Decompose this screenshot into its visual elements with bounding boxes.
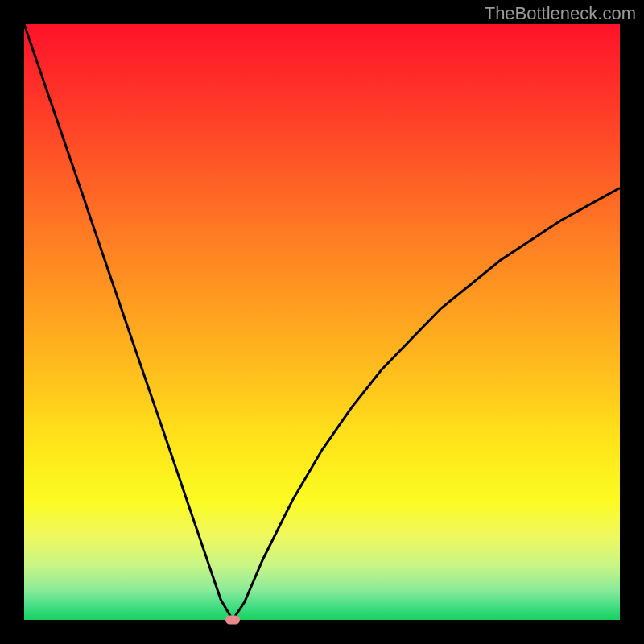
bottleneck-curve	[24, 24, 620, 620]
watermark-text: TheBottleneck.com	[485, 3, 636, 24]
optimal-point-marker	[225, 616, 240, 625]
